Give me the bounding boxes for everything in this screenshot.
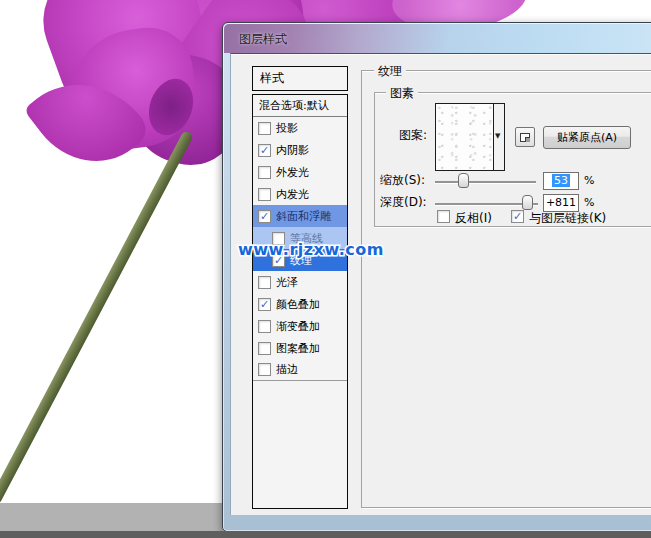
style-item-label: 斜面和浮雕 (276, 209, 331, 224)
sidebar-style-item[interactable]: 描边 (253, 359, 347, 381)
texture-group: 纹理 图素 图案: ▼ 贴紧原点(A) 缩放(S): 53 (361, 70, 651, 508)
invert-label: 反相(I) (455, 210, 492, 227)
pattern-picker[interactable]: ▼ (435, 103, 505, 171)
styles-header[interactable]: 样式 (252, 66, 348, 91)
sidebar-style-item[interactable]: 图案叠加 (253, 337, 347, 359)
bottom-bar (0, 531, 651, 538)
flower-stem (0, 130, 194, 505)
style-item-label: 内阴影 (276, 143, 309, 158)
sidebar-item-blending-options[interactable]: 混合选项:默认 (253, 95, 347, 117)
pattern-label: 图案: (399, 127, 427, 144)
style-checkbox[interactable] (258, 166, 271, 179)
style-item-label: 外发光 (276, 165, 309, 180)
scale-unit: % (584, 174, 594, 187)
new-pattern-button[interactable] (515, 127, 535, 147)
dialog-content: 样式 混合选项:默认 投影 ✓ 内阴影 外发光 内发光 ✓ 斜面和浮雕 等高线 … (230, 53, 651, 515)
scale-value-field[interactable]: 53 (543, 172, 579, 190)
style-item-label: 光泽 (276, 275, 298, 290)
sidebar-style-item[interactable]: ✓ 颜色叠加 (253, 293, 347, 315)
style-checkbox[interactable]: ✓ (258, 144, 271, 157)
style-checkbox[interactable] (258, 276, 271, 289)
link-with-layer-checkbox[interactable]: ✓ (511, 210, 524, 223)
style-item-label: 颜色叠加 (276, 297, 320, 312)
style-item-label: 图案叠加 (276, 341, 320, 356)
invert-checkbox[interactable] (437, 210, 450, 223)
elements-group: 图素 图案: ▼ 贴紧原点(A) 缩放(S): 53 % (374, 92, 651, 227)
chevron-down-icon: ▼ (495, 132, 500, 140)
style-item-label: 内发光 (276, 187, 309, 202)
new-pattern-icon (520, 133, 530, 142)
sidebar-style-item[interactable]: 内发光 (253, 183, 347, 205)
dialog-title: 图层样式 (239, 31, 287, 48)
style-checkbox[interactable] (258, 188, 271, 201)
style-checkbox[interactable] (258, 122, 271, 135)
depth-label: 深度(D): (380, 194, 427, 211)
elements-group-label: 图素 (386, 85, 418, 102)
sidebar-style-item[interactable]: 外发光 (253, 161, 347, 183)
style-checkbox[interactable] (258, 363, 271, 376)
style-checkbox[interactable] (258, 320, 271, 333)
style-item-label: 投影 (276, 121, 298, 136)
sidebar-style-item[interactable]: 渐变叠加 (253, 315, 347, 337)
scale-slider[interactable] (435, 181, 536, 183)
scale-value: 53 (552, 174, 570, 187)
style-list: 混合选项:默认 投影 ✓ 内阴影 外发光 内发光 ✓ 斜面和浮雕 等高线 ✓ 纹… (252, 94, 348, 509)
style-checkbox[interactable]: ✓ (258, 298, 271, 311)
sidebar-style-item[interactable]: ✓ 斜面和浮雕 (253, 205, 347, 227)
sidebar-style-item[interactable]: 光泽 (253, 271, 347, 293)
style-checkbox[interactable] (258, 342, 271, 355)
sidebar-style-item[interactable]: 投影 (253, 117, 347, 139)
snap-to-origin-button[interactable]: 贴紧原点(A) (543, 126, 631, 149)
depth-value: +811 (546, 196, 576, 209)
depth-unit: % (584, 196, 594, 209)
scale-label: 缩放(S): (380, 172, 425, 189)
depth-slider-thumb[interactable] (522, 195, 533, 210)
watermark: www.rjzxw.com (238, 240, 384, 259)
style-item-label: 描边 (276, 362, 298, 377)
link-with-layer-label: 与图层链接(K) (529, 210, 606, 227)
sidebar-style-item[interactable]: ✓ 内阴影 (253, 139, 347, 161)
layer-style-dialog: 图层样式 样式 混合选项:默认 投影 ✓ 内阴影 外发光 内发光 ✓ 斜面和浮雕… (222, 22, 651, 532)
style-item-label: 渐变叠加 (276, 319, 320, 334)
dialog-titlebar[interactable]: 图层样式 (224, 24, 651, 53)
pattern-dropdown[interactable]: ▼ (493, 104, 504, 170)
depth-slider[interactable] (435, 203, 538, 205)
style-checkbox[interactable]: ✓ (258, 210, 271, 223)
texture-group-label: 纹理 (374, 63, 406, 80)
scale-slider-thumb[interactable] (458, 173, 469, 188)
